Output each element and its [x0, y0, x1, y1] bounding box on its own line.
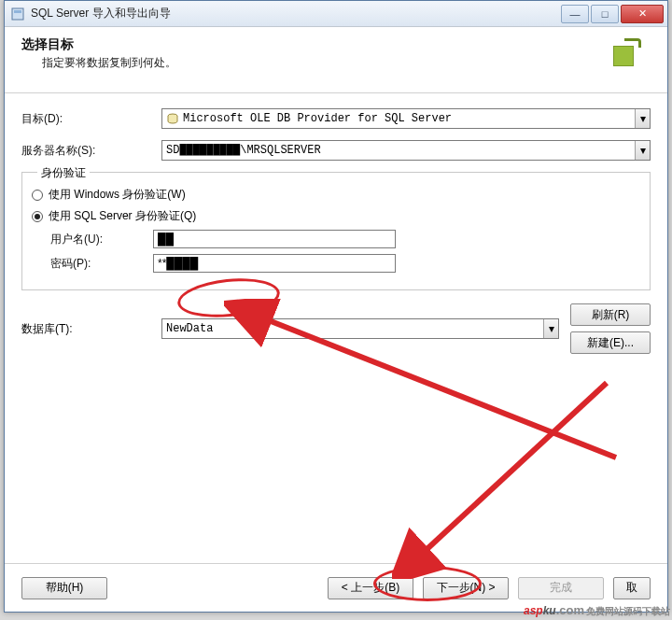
username-input[interactable]: ██ — [153, 230, 396, 248]
wizard-window: SQL Server 导入和导出向导 — □ ✕ 选择目标 指定要将数据复制到何… — [4, 0, 668, 613]
radio-unchecked-icon — [32, 190, 43, 201]
password-label: 密码(P): — [50, 256, 153, 272]
wizard-header: 选择目标 指定要将数据复制到何处。 — [5, 27, 667, 93]
page-title: 选择目标 — [21, 36, 608, 53]
server-select[interactable]: SD█████████\MRSQLSERVER ▾ — [161, 140, 651, 161]
server-row: 服务器名称(S): SD█████████\MRSQLSERVER ▾ — [21, 140, 651, 161]
svg-rect-0 — [12, 8, 23, 20]
svg-rect-1 — [14, 10, 21, 13]
username-row: 用户名(U): ██ — [50, 230, 640, 248]
chevron-down-icon: ▾ — [635, 141, 650, 160]
minimize-button[interactable]: — — [561, 5, 589, 23]
titlebar[interactable]: SQL Server 导入和导出向导 — □ ✕ — [5, 1, 667, 27]
chevron-down-icon: ▾ — [635, 109, 650, 128]
auth-windows-radio[interactable]: 使用 Windows 身份验证(W) — [32, 187, 640, 203]
cancel-button[interactable]: 取 — [613, 577, 651, 599]
maximize-button[interactable]: □ — [591, 5, 619, 23]
database-value: NewData — [166, 322, 543, 335]
app-icon — [10, 7, 25, 21]
destination-value: Microsoft OLE DB Provider for SQL Server — [183, 112, 635, 125]
destination-row: 目标(D): Microsoft OLE DB Provider for SQL… — [21, 108, 651, 129]
password-input[interactable]: **████ — [153, 254, 396, 273]
username-label: 用户名(U): — [50, 232, 153, 247]
database-provider-icon — [166, 112, 179, 125]
window-buttons: — □ ✕ — [559, 5, 664, 23]
database-label: 数据库(T): — [21, 321, 161, 337]
radio-checked-icon — [32, 211, 43, 222]
close-button[interactable]: ✕ — [621, 5, 664, 23]
auth-sql-radio[interactable]: 使用 SQL Server 身份验证(Q) — [32, 208, 640, 224]
auth-windows-label: 使用 Windows 身份验证(W) — [49, 187, 186, 203]
server-value: SD█████████\MRSQLSERVER — [166, 144, 635, 157]
chevron-down-icon: ▾ — [543, 319, 558, 338]
password-row: 密码(P): **████ — [50, 254, 640, 273]
wizard-footer: 帮助(H) < 上一步(B) 下一步(N) > 完成 取 — [5, 563, 667, 612]
wizard-content: 目标(D): Microsoft OLE DB Provider for SQL… — [5, 93, 667, 354]
destination-label: 目标(D): — [21, 111, 161, 127]
database-row: 数据库(T): NewData ▾ 刷新(R) 新建(E)... — [21, 303, 651, 354]
database-select[interactable]: NewData ▾ — [161, 318, 559, 339]
destination-select[interactable]: Microsoft OLE DB Provider for SQL Server… — [161, 108, 651, 129]
help-button[interactable]: 帮助(H) — [21, 577, 107, 599]
auth-legend: 身份验证 — [37, 165, 90, 181]
auth-sql-label: 使用 SQL Server 身份验证(Q) — [49, 208, 196, 224]
header-icon — [608, 36, 651, 79]
finish-button: 完成 — [518, 577, 604, 599]
page-subtitle: 指定要将数据复制到何处。 — [42, 55, 608, 71]
refresh-button[interactable]: 刷新(R) — [570, 303, 651, 326]
auth-fieldset: 身份验证 使用 Windows 身份验证(W) 使用 SQL Server 身份… — [21, 172, 651, 290]
back-button[interactable]: < 上一步(B) — [328, 577, 413, 599]
next-button[interactable]: 下一步(N) > — [423, 577, 509, 599]
window-title: SQL Server 导入和导出向导 — [31, 6, 559, 21]
server-label: 服务器名称(S): — [21, 143, 161, 159]
new-button[interactable]: 新建(E)... — [570, 331, 651, 354]
